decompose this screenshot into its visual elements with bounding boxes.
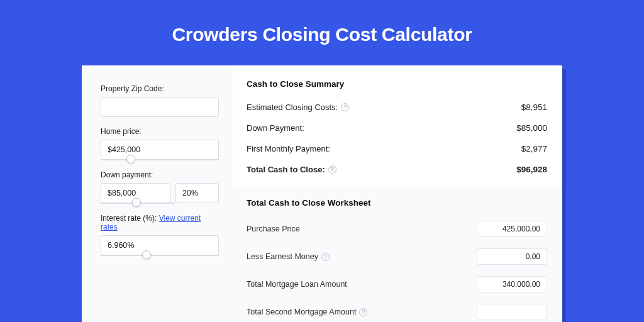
worksheet-label: Less Earnest Money — [247, 252, 318, 261]
slider-thumb[interactable] — [132, 198, 141, 207]
interest-rate-field: Interest rate (%): View current rates — [101, 214, 219, 256]
interest-rate-label: Interest rate (%): View current rates — [101, 214, 219, 231]
help-icon[interactable]: ? — [321, 253, 330, 261]
interest-rate-slider[interactable] — [101, 255, 219, 256]
interest-rate-input[interactable] — [101, 235, 219, 255]
second-mortgage-input[interactable] — [477, 304, 547, 320]
down-payment-field: Down payment: — [101, 170, 219, 204]
help-icon[interactable]: ? — [328, 165, 336, 174]
results-panel: Cash to Close Summary Estimated Closing … — [233, 65, 562, 322]
worksheet-row-mortgage-loan: Total Mortgage Loan Amount — [247, 272, 547, 299]
home-price-slider[interactable] — [101, 159, 219, 160]
summary-value: $2,977 — [521, 144, 547, 153]
zip-input[interactable] — [101, 97, 219, 117]
down-payment-pct-input[interactable] — [175, 183, 219, 203]
summary-row-first-monthly: First Monthly Payment: $2,977 — [247, 139, 547, 160]
calculator-card: Property Zip Code: Home price: Down paym… — [82, 65, 562, 322]
worksheet-row-purchase-price: Purchase Price — [247, 216, 547, 244]
worksheet-label: Purchase Price — [247, 225, 300, 233]
zip-label: Property Zip Code: — [101, 84, 219, 93]
summary-label: Estimated Closing Costs: — [247, 103, 338, 112]
worksheet-row-second-mortgage: Total Second Mortgage Amount ? — [247, 299, 547, 322]
summary-row-total: Total Cash to Close: ? $96,928 — [247, 160, 547, 180]
page-title: Crowders Closing Cost Calculator — [0, 0, 644, 62]
interest-rate-label-text: Interest rate (%): — [101, 214, 157, 223]
summary-value: $85,000 — [516, 123, 547, 133]
summary-row-down-payment: Down Payment: $85,000 — [247, 118, 547, 139]
worksheet-label: Total Second Mortgage Amount — [247, 308, 356, 316]
summary-value: $8,951 — [521, 103, 547, 112]
slider-thumb[interactable] — [142, 250, 151, 259]
worksheet-title: Total Cash to Close Worksheet — [247, 198, 547, 208]
home-price-field: Home price: — [101, 127, 219, 160]
help-icon[interactable]: ? — [359, 308, 367, 316]
down-payment-label: Down payment: — [101, 170, 219, 179]
card: Property Zip Code: Home price: Down paym… — [82, 65, 562, 322]
purchase-price-input[interactable] — [477, 221, 547, 237]
summary-row-estimated-costs: Estimated Closing Costs: ? $8,951 — [247, 97, 547, 118]
help-icon[interactable]: ? — [341, 103, 349, 111]
zip-field: Property Zip Code: — [101, 84, 219, 117]
home-price-input[interactable] — [101, 140, 219, 160]
inputs-panel: Property Zip Code: Home price: Down paym… — [82, 65, 233, 322]
earnest-money-input[interactable] — [477, 248, 547, 265]
worksheet-label: Total Mortgage Loan Amount — [247, 280, 347, 289]
summary-label: Total Cash to Close: — [247, 165, 325, 174]
summary-label: First Monthly Payment: — [247, 144, 330, 153]
mortgage-loan-input[interactable] — [477, 276, 547, 292]
slider-thumb[interactable] — [126, 155, 135, 164]
summary-label: Down Payment: — [247, 123, 304, 133]
worksheet-row-earnest-money: Less Earnest Money ? — [247, 244, 547, 272]
summary-value: $96,928 — [516, 165, 547, 174]
home-price-label: Home price: — [101, 127, 219, 136]
summary-title: Cash to Close Summary — [247, 79, 547, 89]
down-payment-slider[interactable] — [101, 203, 175, 204]
worksheet-panel: Total Cash to Close Worksheet Purchase P… — [233, 187, 562, 322]
